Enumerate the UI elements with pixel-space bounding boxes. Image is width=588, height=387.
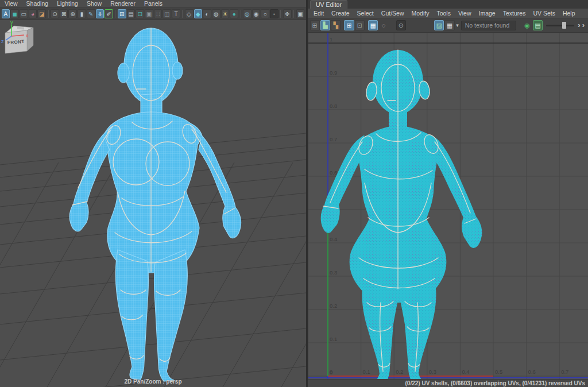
grid-display-icon[interactable]: ⊞: [118, 9, 126, 18]
camera-lock-icon[interactable]: ⊠: [60, 9, 68, 18]
toolbar-separator: [241, 10, 241, 18]
image-dim-slider[interactable]: [546, 21, 575, 30]
menu-view[interactable]: View: [458, 10, 471, 17]
image-display-icon[interactable]: ▨: [434, 20, 444, 30]
menu-cut-sew[interactable]: Cut/Sew: [381, 10, 404, 17]
menu-panels[interactable]: Panels: [144, 0, 163, 7]
perspective-panel: ViewShadingLightingShowRendererPanels A◼…: [0, 0, 306, 387]
menu-create[interactable]: Create: [331, 10, 350, 17]
model-3d-wireframe[interactable]: [0, 20, 306, 387]
menu-modify[interactable]: Modify: [411, 10, 429, 17]
camera-icon[interactable]: ⊙: [51, 9, 59, 18]
model-3d-body[interactable]: [69, 28, 241, 381]
camera-attributes-icon[interactable]: ⊛: [68, 9, 77, 18]
toolbar-separator: [280, 10, 281, 18]
shaded-icon[interactable]: ◆: [194, 9, 203, 18]
menu-view[interactable]: View: [5, 0, 18, 7]
dense-grid-icon[interactable]: ▦: [368, 20, 378, 30]
xray-joints-icon: ◉: [254, 11, 259, 17]
slider-thumb[interactable]: [562, 22, 566, 29]
menu-uv-sets[interactable]: UV Sets: [533, 10, 555, 17]
uv-editor-panel: UV Editor EditCreateSelectCut/SewModifyT…: [308, 0, 588, 387]
wireframe-on-shaded-icon: ◍: [214, 11, 219, 17]
shade-shells-icon[interactable]: ▙: [320, 20, 330, 30]
alpha-channel-icon[interactable]: ▤: [533, 20, 543, 30]
shade-borders-icon[interactable]: ▚: [331, 20, 341, 30]
menu-textures[interactable]: Textures: [503, 10, 526, 17]
slider-track: [546, 25, 575, 26]
pixel-grid-icon[interactable]: ⊡: [355, 20, 365, 30]
toolbar-expand-chevrons[interactable]: ››: [578, 21, 586, 30]
grid-icon[interactable]: ⊞: [344, 20, 354, 30]
menu-tools[interactable]: Tools: [436, 10, 451, 17]
wireframe-icon[interactable]: ◇: [185, 9, 194, 18]
paint-select-icon[interactable]: ◕: [29, 9, 37, 18]
shadows-icon[interactable]: ●: [230, 9, 238, 18]
bookmark-icon[interactable]: ▮: [78, 9, 86, 18]
layout-copy-icon: ▣: [297, 11, 303, 17]
menu-show[interactable]: Show: [87, 0, 102, 7]
safe-title-icon: T: [174, 11, 177, 17]
checker-map-icon: ▦: [447, 22, 452, 29]
safe-title-icon[interactable]: T: [172, 9, 180, 18]
camera-lock-icon: ⊠: [61, 11, 66, 17]
resolution-gate-icon[interactable]: ⊡: [136, 9, 144, 18]
exposure-icon[interactable]: ○: [261, 9, 269, 18]
grid-display-icon: ⊞: [119, 11, 124, 17]
lasso-select-icon[interactable]: ▭: [20, 9, 28, 18]
menu-shading[interactable]: Shading: [26, 0, 49, 7]
uv-editor-tabstrip: UV Editor: [308, 0, 588, 9]
uv-snapshot-icon[interactable]: ⊙: [396, 20, 406, 30]
uv-editor-tab[interactable]: UV Editor: [310, 0, 347, 9]
select-object-icon[interactable]: ◼: [10, 9, 19, 18]
uv-distortion-icon[interactable]: ⊞: [310, 20, 320, 30]
xray-joints-icon[interactable]: ◉: [252, 9, 261, 18]
contrast-icon[interactable]: ▪: [270, 9, 278, 18]
shade-borders-icon: ▚: [334, 22, 338, 29]
ramp-select-icon: ◪: [39, 11, 44, 17]
snap-cursor-icon: ✜: [285, 11, 289, 17]
texture-name-field[interactable]: No texture found: [461, 21, 516, 30]
lasso-select-icon: ▭: [21, 11, 26, 17]
ramp-select-icon[interactable]: ◪: [37, 9, 46, 18]
wireframe-on-shaded-icon[interactable]: ◍: [212, 9, 220, 18]
shadow-ring-icon[interactable]: ◌: [378, 20, 388, 30]
menu-image[interactable]: Image: [479, 10, 496, 17]
safe-action-icon[interactable]: ◫: [163, 9, 171, 18]
snap-cursor-icon[interactable]: ✜: [283, 9, 292, 18]
pan-zoom-icon[interactable]: ✛: [96, 9, 105, 18]
menu-edit[interactable]: Edit: [314, 10, 324, 17]
uv-shell-body[interactable]: [321, 50, 482, 379]
maya-window: ViewShadingLightingShowRendererPanels A◼…: [0, 0, 588, 387]
textured-icon[interactable]: ◐: [203, 9, 211, 18]
toolbar-separator: [182, 10, 183, 18]
uv-canvas[interactable]: 10.90.80.70.60.50.40.30.20.1000.10.20.30…: [308, 33, 588, 379]
field-chart-icon: ∷: [156, 11, 160, 17]
checker-map-icon[interactable]: ▦: [444, 20, 454, 30]
menu-renderer[interactable]: Renderer: [110, 0, 136, 7]
rgb-channels-icon[interactable]: ◉: [522, 20, 532, 30]
pixel-grid-icon: ⊡: [357, 22, 362, 29]
default-lighting-icon: ☀: [223, 11, 228, 17]
layout-copy-icon[interactable]: ▣: [296, 9, 305, 18]
xray-icon[interactable]: ◎: [243, 9, 252, 18]
field-chart-icon[interactable]: ∷: [154, 9, 163, 18]
menu-help[interactable]: Help: [563, 10, 575, 17]
menu-select[interactable]: Select: [357, 10, 374, 17]
axis-indicator: y x z: [0, 20, 32, 45]
default-lighting-icon[interactable]: ☀: [221, 9, 230, 18]
quill-icon[interactable]: ✎: [87, 9, 95, 18]
film-gate-icon[interactable]: ▤: [127, 9, 136, 18]
selection-mask-a-icon[interactable]: A: [2, 9, 10, 18]
uv-editor-menubar: EditCreateSelectCut/SewModifyToolsViewIm…: [308, 9, 588, 18]
perspective-viewport[interactable]: FRONT y x z 2D Pan/Zoom : persp: [0, 20, 306, 387]
grease-pencil-icon[interactable]: ✐: [105, 9, 113, 18]
axis-y-label: y: [10, 20, 13, 25]
pan-zoom-camera-label: 2D Pan/Zoom : persp: [0, 378, 306, 385]
uv-distortion-icon: ⊞: [312, 22, 318, 29]
menu-lighting[interactable]: Lighting: [57, 0, 78, 7]
bookmark-icon: ▮: [80, 11, 84, 17]
uv-shell-model[interactable]: [308, 33, 588, 379]
texture-dropdown-caret[interactable]: ▾: [456, 22, 459, 28]
gate-mask-icon[interactable]: ▣: [145, 9, 153, 18]
